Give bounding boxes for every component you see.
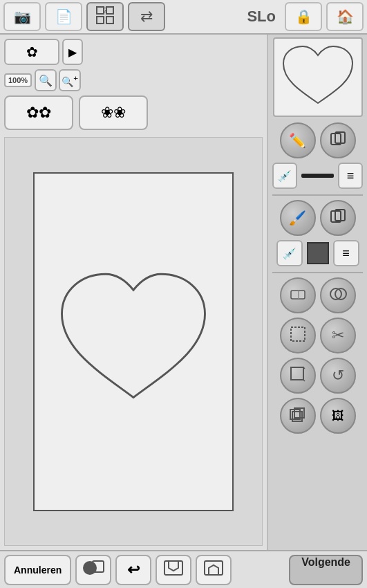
copy-tool-btn[interactable]: [320, 122, 356, 158]
zoom-in-icon: 🔍+: [62, 73, 78, 87]
divider-1: [272, 194, 363, 196]
copy-icon: [330, 131, 346, 151]
eraser-icon: [289, 285, 307, 306]
left-panel: ✿ ▶ 100% 🔍 🔍+ ✿✿ ❀❀: [0, 35, 267, 550]
list-icon: ≡: [347, 169, 355, 183]
svg-rect-23: [205, 561, 223, 575]
divider-2: [272, 272, 363, 273]
next-label: Volgende: [301, 556, 350, 568]
canvas-area: [4, 137, 263, 546]
nav-transfer-btn[interactable]: ⇄: [128, 2, 165, 31]
line-thickness-indicator: [301, 174, 334, 178]
right-panel: ✏️ 💉 ≡ �: [267, 35, 367, 550]
rotate-tool-btn[interactable]: ↺: [320, 358, 356, 394]
tool-row-1: ✏️: [272, 122, 363, 158]
preview-heart: [280, 44, 356, 110]
transform-icon: [289, 365, 307, 387]
stitch-options-row: ✿✿ ❀❀: [4, 95, 263, 130]
home-icon: 🏠: [337, 8, 354, 25]
pocket2-icon: [203, 558, 224, 581]
zoom-in-btn[interactable]: 🔍+: [59, 69, 81, 91]
stitch-option-1-btn[interactable]: ✿✿: [4, 95, 73, 130]
svg-rect-1: [106, 7, 113, 14]
stitch-option-2-btn[interactable]: ❀❀: [79, 95, 148, 130]
stitch-arrow-btn[interactable]: ▶: [62, 39, 83, 65]
fill-copy-icon: [330, 208, 346, 228]
nav-home-btn[interactable]: 🏠: [326, 2, 364, 31]
arrow-right-icon: ▶: [68, 46, 77, 59]
dropper-icon: 💉: [278, 169, 292, 183]
canvas-inner[interactable]: [33, 172, 234, 511]
pencil-tool-btn[interactable]: ✏️: [280, 122, 316, 158]
fill-copy-btn[interactable]: [320, 200, 356, 236]
zoom-percent: 100%: [4, 73, 32, 87]
lock-icon: 🔒: [295, 8, 312, 25]
image-icon: 🖼: [332, 409, 344, 423]
pocket1-btn[interactable]: [156, 555, 191, 585]
zoom-out-btn[interactable]: 🔍: [35, 69, 57, 91]
undo-icon: ↩: [127, 561, 140, 579]
stitch-select-btn[interactable]: ✿: [4, 39, 59, 65]
line-settings-btn[interactable]: ≡: [338, 163, 363, 189]
nav-document-btn[interactable]: 📄: [45, 2, 82, 31]
svg-rect-3: [106, 17, 113, 24]
svg-text:?: ?: [103, 7, 107, 15]
svg-line-16: [303, 380, 305, 381]
color-settings-btn[interactable]: ≡: [333, 240, 359, 266]
svg-rect-14: [291, 367, 303, 380]
app-title: SLo: [247, 8, 276, 26]
preview-box: [273, 37, 363, 117]
stitch-selector-row: ✿ ▶: [4, 39, 263, 65]
pocket2-btn[interactable]: [196, 555, 232, 585]
layers-tool-btn[interactable]: [280, 398, 316, 434]
tool-row-2: 💉 ≡: [272, 163, 363, 189]
svg-rect-13: [291, 327, 305, 341]
dropper2-tool-btn[interactable]: 💉: [276, 240, 303, 266]
layers-icon: [289, 405, 307, 427]
combine-btn[interactable]: [75, 555, 111, 585]
color-swatch[interactable]: [307, 242, 329, 264]
nav-camera-btn[interactable]: 📷: [3, 2, 41, 31]
select-icon: [289, 325, 307, 347]
main-area: ✿ ▶ 100% 🔍 🔍+ ✿✿ ❀❀: [0, 35, 367, 550]
overlap-tool-btn[interactable]: [320, 277, 356, 313]
cancel-btn[interactable]: Annuleren: [4, 555, 71, 585]
cancel-label: Annuleren: [14, 564, 62, 576]
svg-rect-22: [164, 561, 182, 575]
tool-row-4: 💉 ≡: [272, 240, 363, 266]
svg-rect-9: [291, 291, 305, 299]
dropper-tool-btn[interactable]: 💉: [272, 163, 297, 189]
stitch-flower-icon: ✿: [26, 44, 38, 60]
help-icon: ?: [95, 6, 115, 28]
stitch-color-flowers-icon: ❀❀: [101, 104, 126, 122]
paint-icon: 🖌️: [289, 210, 306, 226]
pencil-icon: ✏️: [289, 132, 306, 149]
camera-icon: 📷: [14, 8, 31, 25]
paint-tool-btn[interactable]: 🖌️: [280, 200, 316, 236]
image-tool-btn[interactable]: 🖼: [320, 398, 356, 434]
transform-tool-btn[interactable]: [280, 358, 316, 394]
stitch-flowers-icon: ✿✿: [26, 104, 51, 122]
nav-lock-btn[interactable]: 🔒: [285, 2, 322, 31]
tool-row-6: ✂: [272, 318, 363, 353]
zoom-out-icon: 🔍: [39, 74, 53, 87]
tool-row-3: 🖌️: [272, 200, 363, 236]
zoom-row: 100% 🔍 🔍+: [4, 69, 263, 91]
combine-icon: [82, 558, 105, 581]
document-icon: 📄: [55, 8, 73, 25]
scissors-tool-btn[interactable]: ✂: [320, 318, 356, 353]
undo-btn[interactable]: ↩: [115, 555, 151, 585]
scissors-icon: ✂: [332, 327, 344, 344]
tool-row-7: ↺: [272, 358, 363, 394]
next-btn[interactable]: Volgende: [289, 555, 363, 585]
color-list-icon: ≡: [342, 246, 350, 261]
nav-help-btn[interactable]: ?: [86, 2, 124, 31]
dropper2-icon: 💉: [283, 247, 297, 260]
tool-row-8: 🖼: [272, 398, 363, 434]
select-tool-btn[interactable]: [280, 318, 316, 353]
pocket1-icon: [163, 558, 184, 581]
top-nav: 📷 📄 ? ⇄ SLo 🔒 🏠: [0, 0, 367, 35]
bottom-bar: Annuleren ↩ Volgende: [0, 550, 367, 588]
transfer-icon: ⇄: [140, 8, 153, 26]
eraser-tool-btn[interactable]: [280, 277, 316, 313]
